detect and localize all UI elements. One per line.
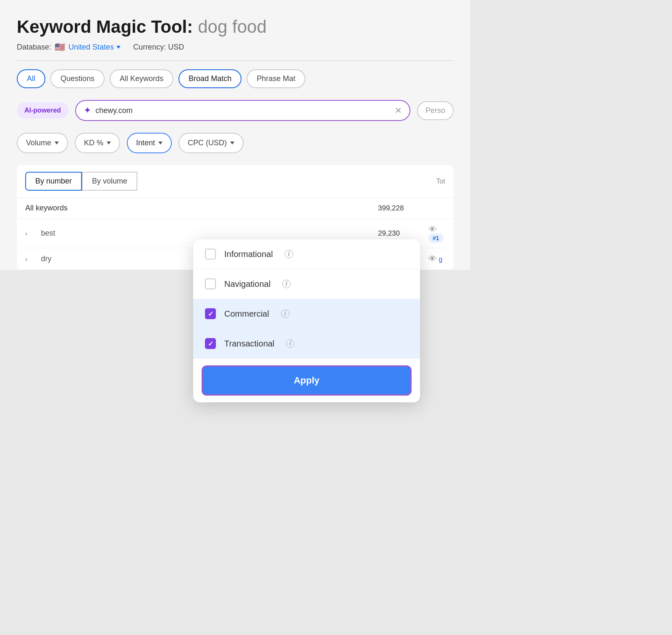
tab-all-keywords[interactable]: All Keywords	[110, 69, 173, 88]
view-tabs: By number By volume Tot	[17, 165, 454, 198]
keyword-value: dry	[41, 255, 51, 263]
commercial-checkbox[interactable]	[205, 308, 216, 319]
intent-dropdown: Informational i Navigational i Commercia…	[193, 239, 420, 402]
ai-input-value: chewy.com	[95, 106, 391, 115]
by-volume-tab[interactable]: By volume	[82, 172, 137, 191]
link-icon[interactable]: g	[438, 256, 442, 263]
intent-filter-label: Intent	[136, 139, 155, 147]
clear-input-icon[interactable]: ✕	[395, 105, 402, 115]
keyword-value: best	[41, 229, 55, 237]
title-row: Keyword Magic Tool: dog food	[17, 17, 454, 37]
action-cell: 👁 #1	[428, 225, 445, 242]
intent-option-commercial[interactable]: Commercial i	[193, 299, 420, 329]
by-number-tab[interactable]: By number	[25, 172, 82, 191]
navigational-checkbox[interactable]	[205, 278, 216, 289]
intent-option-informational[interactable]: Informational i	[193, 239, 420, 269]
volume-cell: 399,228	[378, 204, 428, 213]
volume-chevron-icon	[55, 142, 59, 144]
apply-button[interactable]: Apply	[202, 365, 412, 396]
page-title-query: dog food	[198, 17, 267, 37]
filter-row: Volume KD % Intent CPC (USD)	[17, 133, 454, 153]
volume-value: 399,228	[378, 204, 404, 212]
col-total-header: Tot	[436, 178, 445, 185]
tabs-row: All Questions All Keywords Broad Match P…	[17, 69, 454, 88]
page-title-main: Keyword Magic Tool:	[17, 17, 193, 37]
volume-cell: 29,230	[378, 229, 428, 238]
keyword-cell: › best	[25, 229, 378, 238]
eye-icon[interactable]: 👁	[428, 225, 437, 234]
sparkle-icon: ✦	[84, 105, 91, 116]
page-container: Keyword Magic Tool: dog food Database: 🇺…	[0, 0, 470, 270]
intent-option-navigational[interactable]: Navigational i	[193, 269, 420, 299]
country-chevron-icon	[116, 46, 121, 49]
keyword-value: All keywords	[25, 204, 68, 212]
persona-button[interactable]: Perso	[417, 101, 454, 120]
informational-checkbox[interactable]	[205, 249, 216, 260]
kd-filter-label: KD %	[84, 139, 103, 147]
tab-all[interactable]: All	[17, 69, 45, 88]
navigational-label: Navigational	[224, 279, 270, 289]
intent-option-transactional[interactable]: Transactional i	[193, 329, 420, 359]
informational-info-icon: i	[285, 250, 293, 258]
header-divider	[17, 60, 454, 61]
intent-chevron-icon	[158, 142, 163, 144]
ai-powered-badge: AI-powered	[17, 102, 68, 118]
volume-filter[interactable]: Volume	[17, 133, 68, 153]
kd-chevron-icon	[107, 142, 111, 144]
cpc-filter[interactable]: CPC (USD)	[178, 133, 244, 153]
transactional-checkbox[interactable]	[205, 338, 216, 349]
tab-broad-match[interactable]: Broad Match	[178, 69, 242, 88]
database-text: Database:	[17, 43, 51, 52]
header: Keyword Magic Tool: dog food Database: 🇺…	[17, 17, 454, 52]
expand-icon[interactable]: ›	[25, 230, 27, 237]
ai-bar: AI-powered ✦ chewy.com ✕ Perso	[17, 100, 454, 121]
navigational-info-icon: i	[282, 280, 291, 288]
subtitle-row: Database: 🇺🇸 United States Currency: USD	[17, 42, 454, 52]
cpc-chevron-icon	[230, 142, 234, 144]
tab-questions[interactable]: Questions	[50, 69, 105, 88]
ai-input-wrapper[interactable]: ✦ chewy.com ✕	[75, 100, 410, 121]
commercial-info-icon: i	[281, 310, 289, 318]
currency-label: Currency: USD	[133, 43, 184, 52]
informational-label: Informational	[224, 249, 273, 259]
keyword-cell: All keywords	[25, 204, 378, 213]
expand-icon[interactable]: ›	[25, 256, 27, 262]
table-row: All keywords 399,228	[17, 198, 454, 219]
volume-value: 29,230	[378, 229, 400, 237]
transactional-label: Transactional	[224, 339, 274, 349]
flag-icon: 🇺🇸	[55, 42, 65, 52]
tab-phrase-match[interactable]: Phrase Mat	[247, 69, 305, 88]
apply-btn-wrapper: Apply	[193, 359, 420, 402]
transactional-info-icon: i	[286, 339, 294, 348]
cpc-filter-label: CPC (USD)	[188, 139, 227, 147]
rank-badge: #1	[428, 234, 444, 243]
eye-icon[interactable]: 👁	[428, 254, 437, 263]
intent-filter[interactable]: Intent	[127, 133, 172, 153]
kd-filter[interactable]: KD %	[75, 133, 120, 153]
database-label: Database: 🇺🇸 United States	[17, 42, 121, 52]
commercial-label: Commercial	[224, 309, 269, 319]
country-selector[interactable]: United States	[68, 43, 121, 52]
country-name: United States	[68, 43, 114, 52]
action-cell: 👁 g	[428, 254, 445, 264]
volume-filter-label: Volume	[26, 139, 51, 147]
